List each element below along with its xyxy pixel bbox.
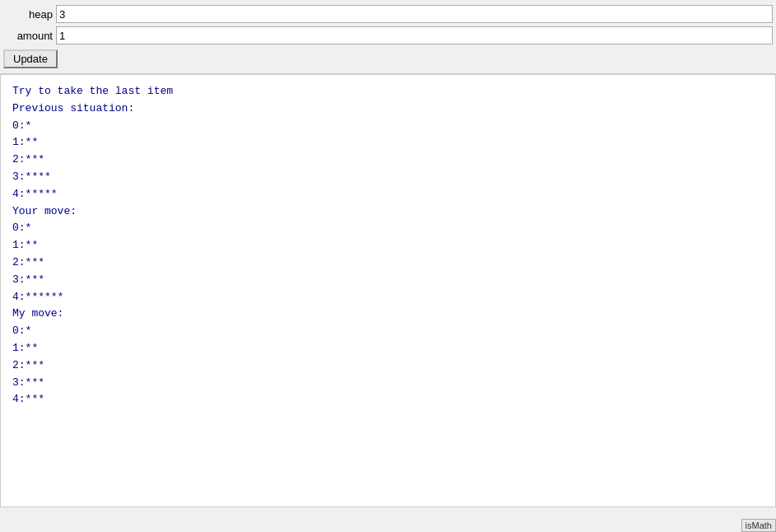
your-move-label: Your move: xyxy=(12,203,764,221)
try-take-label: Try to take the last item xyxy=(12,83,764,100)
my-move-row-0: 0:* xyxy=(12,323,764,340)
my-move-row-2: 2:*** xyxy=(12,357,764,375)
top-form: heap amount Update xyxy=(0,0,776,74)
your-move-row-1: 1:** xyxy=(12,237,764,254)
ismath-badge: isMath xyxy=(741,519,776,532)
update-button[interactable]: Update xyxy=(3,49,58,68)
your-move-row-3: 3:*** xyxy=(12,272,764,289)
my-move-row-4: 4:*** xyxy=(12,391,764,408)
amount-label: amount xyxy=(3,30,53,42)
my-move-label: My move: xyxy=(12,306,764,323)
previous-row-0: 0:* xyxy=(12,118,764,135)
heap-row: heap xyxy=(3,5,773,23)
heap-input[interactable] xyxy=(56,5,773,23)
heap-label: heap xyxy=(3,8,53,21)
content-area: Try to take the last item Previous situa… xyxy=(0,74,776,507)
my-move-row-3: 3:*** xyxy=(12,375,764,392)
previous-row-2: 2:*** xyxy=(12,152,764,169)
your-move-row-0: 0:* xyxy=(12,220,764,237)
your-move-row-4: 4:****** xyxy=(12,289,764,306)
amount-input[interactable] xyxy=(56,26,773,44)
previous-row-1: 1:** xyxy=(12,134,764,152)
previous-row-3: 3:**** xyxy=(12,169,764,186)
previous-situation-label: Previous situation: xyxy=(12,100,764,118)
your-move-row-2: 2:*** xyxy=(12,254,764,272)
my-move-row-1: 1:** xyxy=(12,340,764,357)
previous-row-4: 4:***** xyxy=(12,186,764,203)
amount-row: amount xyxy=(3,26,773,44)
